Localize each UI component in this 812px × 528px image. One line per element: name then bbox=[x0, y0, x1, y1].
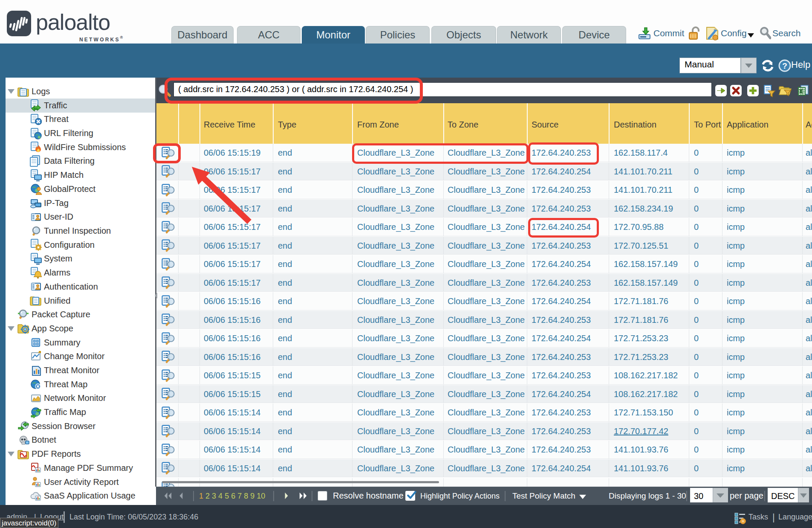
svg-text:?: ? bbox=[782, 61, 787, 70]
